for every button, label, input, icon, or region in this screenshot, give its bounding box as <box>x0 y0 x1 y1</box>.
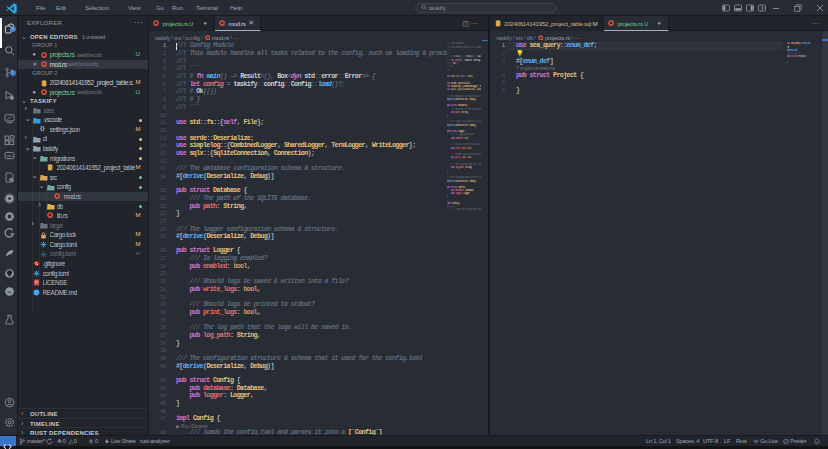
svg-text:jup: jup <box>6 290 11 294</box>
svg-text:aws: aws <box>6 154 12 158</box>
